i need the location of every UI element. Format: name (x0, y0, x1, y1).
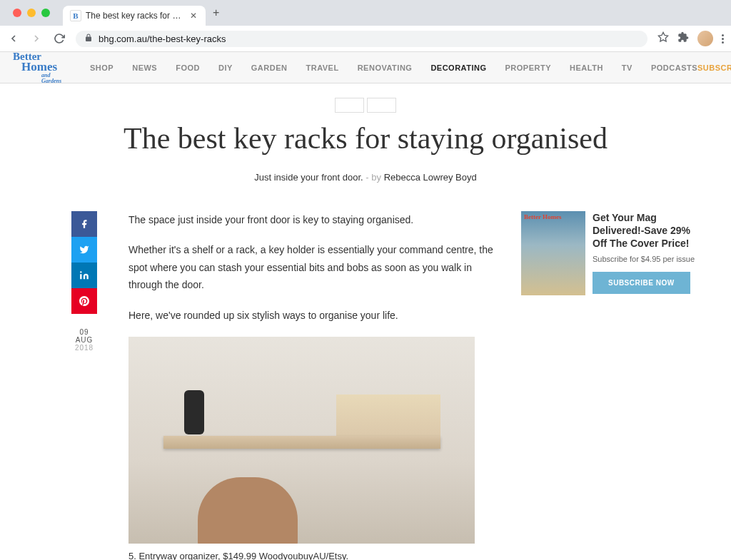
logo-line3: and Gardens (41, 73, 61, 84)
nav-item-travel[interactable]: TRAVEL (306, 63, 338, 72)
site-logo[interactable]: Better Homes and Gardens (13, 51, 61, 84)
reload-button[interactable] (53, 32, 66, 45)
nav-items: SHOPNEWSFOODDIYGARDENTRAVELRENOVATINGDEC… (90, 63, 697, 72)
lock-icon (84, 34, 93, 44)
close-tab-button[interactable]: ✕ (188, 11, 198, 21)
subscribe-link[interactable]: SUBSCRIBE (697, 63, 731, 72)
favicon-icon: B (70, 10, 81, 21)
image-caption: 5. Entryway organizer, $149.99 Woodyoubu… (128, 551, 500, 560)
browser-tab[interactable]: B The best key racks for staying ✕ (63, 6, 206, 26)
date-year: 2018 (71, 344, 97, 352)
svg-rect-1 (80, 274, 81, 279)
maximize-window-button[interactable] (41, 9, 50, 17)
nav-item-property[interactable]: PROPERTY (505, 63, 552, 72)
profile-avatar[interactable] (697, 31, 713, 46)
date-day: 09 AUG (71, 328, 97, 344)
menu-button[interactable] (722, 34, 724, 44)
byline-separator: - by (363, 172, 384, 183)
address-bar[interactable]: bhg.com.au/the-best-key-racks (76, 31, 647, 47)
svg-marker-0 (658, 32, 667, 41)
nav-item-garden[interactable]: GARDEN (251, 63, 288, 72)
paragraph: Here, we've rounded up six stylish ways … (128, 307, 500, 325)
nav-item-podcasts[interactable]: PODCASTS (651, 63, 697, 72)
category-tab[interactable] (367, 98, 396, 113)
article-content: The best key racks for staying organised… (0, 83, 731, 560)
paragraph: The space just inside your front door is… (128, 211, 500, 229)
svg-point-2 (80, 271, 81, 273)
url-text: bhg.com.au/the-best-key-racks (99, 34, 226, 44)
promo-subtext: Subscribe for $4.95 per issue (593, 254, 700, 265)
article-body: The space just inside your front door is… (128, 211, 500, 561)
toolbar-icons (657, 31, 724, 46)
article-sidebar: 09 AUG 2018 (0, 211, 100, 561)
author-link[interactable]: Rebecca Lowrey Boyd (384, 172, 477, 183)
byline: Just inside your front door. - by Rebecc… (0, 172, 731, 183)
magazine-cover[interactable]: Better Homes (521, 211, 585, 295)
close-window-button[interactable] (13, 9, 21, 17)
nav-item-decorating[interactable]: DECORATING (430, 63, 486, 72)
back-button[interactable] (7, 32, 20, 45)
nav-item-food[interactable]: FOOD (176, 63, 200, 72)
subscribe-promo: Better Homes Get Your Mag Delivered!-Sav… (521, 211, 700, 295)
share-buttons (71, 211, 97, 314)
browser-chrome: B The best key racks for staying ✕ + bhg… (0, 0, 731, 52)
category-tab[interactable] (335, 98, 364, 113)
window-controls (6, 9, 57, 17)
nav-item-news[interactable]: NEWS (132, 63, 157, 72)
mag-cover-title: Better Homes (524, 214, 562, 220)
share-facebook-button[interactable] (71, 211, 97, 237)
nav-item-health[interactable]: HEALTH (570, 63, 603, 72)
article-dek: Just inside your front door. (254, 172, 363, 183)
share-linkedin-button[interactable] (71, 263, 97, 288)
forward-button[interactable] (30, 32, 43, 45)
star-icon[interactable] (657, 31, 669, 46)
nav-item-tv[interactable]: TV (622, 63, 632, 72)
address-bar-row: bhg.com.au/the-best-key-racks (0, 26, 731, 51)
share-pinterest-button[interactable] (71, 288, 97, 314)
tab-title: The best key racks for staying (86, 11, 184, 21)
paragraph: Whether it's a shelf or a rack, a key ho… (128, 241, 500, 294)
tab-bar: B The best key racks for staying ✕ + (0, 0, 731, 26)
article-title: The best key racks for staying organised (109, 120, 622, 158)
promo-rail: Better Homes Get Your Mag Delivered!-Sav… (521, 211, 700, 561)
share-twitter-button[interactable] (71, 237, 97, 263)
site-nav: Better Homes and Gardens SHOPNEWSFOODDIY… (0, 52, 731, 83)
publish-date: 09 AUG 2018 (71, 328, 97, 352)
subscribe-now-button[interactable]: SUBSCRIBE NOW (593, 272, 690, 294)
minimize-window-button[interactable] (27, 9, 36, 17)
logo-line2: Homes (21, 61, 61, 73)
nav-item-diy[interactable]: DIY (218, 63, 233, 72)
category-tabs (0, 98, 731, 113)
nav-item-renovating[interactable]: RENOVATING (358, 63, 413, 72)
article-image (128, 337, 475, 544)
nav-item-shop[interactable]: SHOP (90, 63, 114, 72)
extensions-icon[interactable] (677, 31, 689, 46)
promo-headline: Get Your Mag Delivered!-Save 29% Off The… (593, 211, 700, 250)
new-tab-button[interactable]: + (206, 2, 226, 24)
